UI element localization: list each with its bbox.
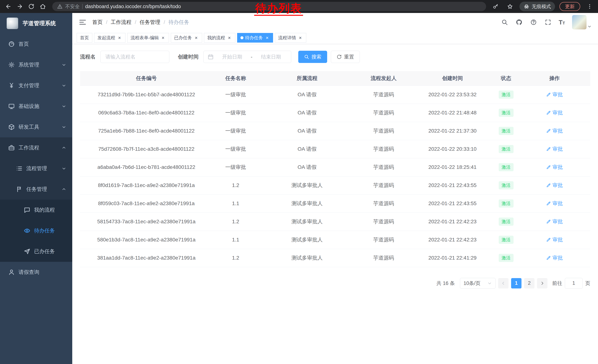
- approve-link[interactable]: 审批: [546, 146, 563, 153]
- status-cell: 激活: [493, 122, 519, 140]
- tab-close-icon[interactable]: ×: [117, 35, 122, 40]
- search-button[interactable]: 搜索: [298, 51, 327, 63]
- goto-page-input[interactable]: [565, 278, 583, 289]
- table-row: 8f0d1619-7ac8-11ec-a9e2-a2380e71991a1.2测…: [80, 176, 590, 194]
- url-text: dashboard.yudao.iocoder.cn/bpm/task/todo: [85, 4, 181, 9]
- approve-link[interactable]: 审批: [546, 127, 563, 134]
- goto-label: 前往: [552, 280, 562, 287]
- browser-menu-icon[interactable]: [585, 1, 595, 11]
- page-button-1[interactable]: 1: [511, 278, 522, 289]
- tab-close-icon[interactable]: ×: [227, 35, 232, 40]
- tab-close-icon[interactable]: ×: [265, 35, 270, 40]
- help-icon[interactable]: [530, 18, 537, 26]
- sidebar-item-task-mgmt[interactable]: 任务管理: [0, 179, 72, 200]
- user-menu[interactable]: [572, 15, 592, 29]
- table-row: 069c6a63-7b8a-11ec-8ef0-acde48001122一级审批…: [80, 104, 590, 122]
- approve-link[interactable]: 审批: [546, 182, 563, 189]
- sidebar-item-process-mgmt[interactable]: 流程管理: [0, 158, 72, 179]
- sidebar-item-label: 首页: [18, 40, 29, 48]
- process-name-cell: 测试多审批人: [259, 176, 356, 194]
- sidebar-item-my-process[interactable]: 我的流程: [0, 200, 72, 220]
- initiator-cell: 芋道源码: [356, 194, 412, 212]
- table-row: 73211d9d-7b9b-11ec-b5b7-acde48001122一级审批…: [80, 86, 590, 104]
- pagination: 共 16 条 10条/页 12 前往 页: [80, 278, 590, 289]
- github-icon[interactable]: [515, 18, 523, 26]
- page-size-select[interactable]: 10条/页: [460, 278, 496, 289]
- sidebar-item-home[interactable]: 首页: [0, 34, 72, 54]
- update-button[interactable]: 更新: [559, 2, 580, 11]
- back-icon[interactable]: [3, 1, 13, 11]
- sidebar-item-system[interactable]: 系统管理: [0, 54, 72, 75]
- sidebar-item-payment[interactable]: 支付管理: [0, 75, 72, 96]
- approve-link[interactable]: 审批: [546, 254, 563, 261]
- approve-link[interactable]: 审批: [546, 200, 563, 207]
- eye-icon: [23, 227, 31, 235]
- security-warning-icon[interactable]: [57, 4, 63, 9]
- create-time-cell: 2022-01-21 22:43:55: [412, 176, 493, 194]
- initiator-cell: 芋道源码: [356, 104, 412, 122]
- font-size-icon[interactable]: TT: [559, 19, 565, 26]
- table-row: a6aba0a4-7b6d-11ec-b781-acde48001122一级审批…: [80, 158, 590, 176]
- tab-close-icon[interactable]: ×: [298, 35, 303, 40]
- sidebar-item-label: 任务管理: [26, 186, 47, 193]
- sidebar-item-workflow[interactable]: 工作流程: [0, 138, 72, 158]
- home-icon[interactable]: [38, 1, 48, 11]
- list-icon: [16, 165, 23, 172]
- topbar: 首页/工作流程/任务管理/待办任务 TT: [72, 13, 598, 32]
- approve-link[interactable]: 审批: [546, 218, 563, 225]
- create-time-cell: 2022-01-22 18:25:41: [412, 158, 493, 176]
- address-bar[interactable]: 不安全 dashboard.yudao.iocoder.cn/bpm/task/…: [52, 2, 486, 11]
- breadcrumb-separator: /: [135, 19, 136, 25]
- sidebar-item-label: 系统管理: [18, 61, 39, 68]
- sidebar-item-label: 基础设施: [18, 103, 39, 110]
- initiator-cell: 芋道源码: [356, 231, 412, 249]
- fullscreen-icon[interactable]: [544, 18, 552, 26]
- sidebar-item-todo-task[interactable]: 待办任务: [0, 220, 72, 241]
- table-row: 381aa1dd-7ac8-11ec-a9e2-a2380e71991a1.2测…: [80, 249, 590, 267]
- approve-link[interactable]: 审批: [546, 236, 563, 243]
- reset-button[interactable]: 重置: [331, 51, 360, 63]
- tab-item[interactable]: 流程表单-编辑×: [127, 33, 169, 43]
- approve-link[interactable]: 审批: [546, 164, 563, 171]
- breadcrumb-separator: /: [164, 19, 165, 25]
- breadcrumb-item[interactable]: 工作流程: [111, 19, 132, 26]
- date-range-picker[interactable]: 开始日期 - 结束日期: [203, 51, 291, 63]
- sidebar-item-leave-query[interactable]: 请假查询: [0, 262, 72, 283]
- pencil-icon: [546, 237, 551, 242]
- process-name-input[interactable]: [100, 51, 169, 63]
- page-button-2[interactable]: 2: [524, 278, 534, 289]
- approve-link[interactable]: 审批: [546, 91, 563, 98]
- approve-link-label: 审批: [552, 127, 563, 134]
- approve-link[interactable]: 审批: [546, 109, 563, 116]
- tab-item[interactable]: 发起流程×: [94, 33, 125, 43]
- tab-item[interactable]: 流程详情×: [275, 33, 306, 43]
- next-page-button[interactable]: [537, 278, 548, 289]
- logo[interactable]: 芋道管理系统: [0, 13, 72, 34]
- refresh-icon[interactable]: [26, 1, 36, 11]
- password-key-icon[interactable]: [490, 1, 500, 11]
- prev-page-button[interactable]: [498, 278, 508, 289]
- breadcrumb-item[interactable]: 首页: [92, 19, 103, 26]
- sidebar-item-infrastructure[interactable]: 基础设施: [0, 96, 72, 117]
- tab-item[interactable]: 我的流程×: [204, 33, 235, 43]
- breadcrumb-item[interactable]: 任务管理: [140, 19, 160, 26]
- table-body: 73211d9d-7b9b-11ec-b5b7-acde48001122一级审批…: [80, 86, 590, 267]
- tab-item[interactable]: 待办任务×: [237, 33, 273, 43]
- bookmark-star-icon[interactable]: [505, 1, 515, 11]
- sidebar-item-devtools[interactable]: 研发工具: [0, 117, 72, 138]
- column-header: 所属流程: [259, 71, 356, 86]
- forward-icon[interactable]: [15, 1, 25, 11]
- task-name-cell: 一级审批: [213, 140, 259, 158]
- status-badge: 激活: [499, 199, 514, 208]
- tab-close-icon[interactable]: ×: [194, 35, 199, 40]
- sidebar-item-done-task[interactable]: 已办任务: [0, 241, 72, 262]
- tab-item[interactable]: 首页: [77, 33, 92, 43]
- tab-close-icon[interactable]: ×: [160, 35, 166, 40]
- process-name-cell: OA 请假: [259, 158, 356, 176]
- tab-item[interactable]: 已办任务×: [171, 33, 202, 43]
- initiator-cell: 芋道源码: [356, 158, 412, 176]
- search-icon[interactable]: [501, 18, 508, 26]
- sidebar-toggle-icon[interactable]: [79, 18, 87, 26]
- status-cell: 激活: [493, 140, 519, 158]
- task-name-cell: 1.2: [213, 212, 259, 231]
